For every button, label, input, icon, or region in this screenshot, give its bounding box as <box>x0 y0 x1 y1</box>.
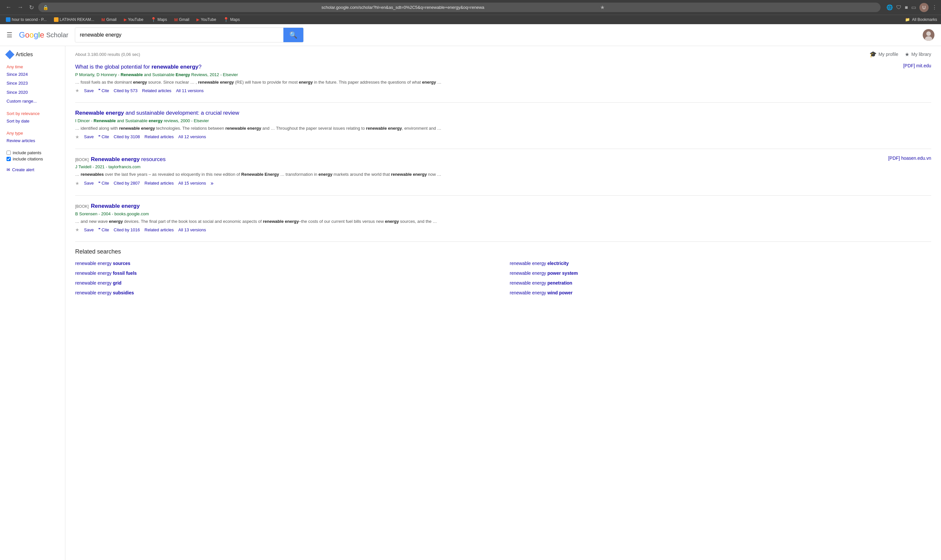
save-star-icon-4[interactable]: ★ <box>75 227 79 232</box>
pdf-link-1[interactable]: [PDF] mit.edu <box>903 63 931 68</box>
save-star-icon-2[interactable]: ★ <box>75 134 79 140</box>
bookmark-maps-1[interactable]: 📍 Maps <box>149 16 169 23</box>
book-tag-3: [BOOK] <box>75 157 89 162</box>
result-title-2[interactable]: Renewable energy and sustainable develop… <box>75 109 872 117</box>
include-patents-label[interactable]: include patents <box>13 150 41 155</box>
related-link-grid[interactable]: renewable energy grid <box>75 279 497 286</box>
result-title-3[interactable]: [BOOK] Renewable energy resources <box>75 155 872 163</box>
all-versions-3[interactable]: All 15 versions <box>179 181 206 186</box>
since-2024-filter[interactable]: Since 2024 <box>6 71 59 78</box>
create-alert[interactable]: ✉ Create alert <box>6 167 59 172</box>
result-title-4[interactable]: [BOOK] Renewable energy <box>75 202 872 210</box>
since-2023-filter[interactable]: Since 2023 <box>6 79 59 87</box>
all-versions-4[interactable]: All 13 versions <box>179 228 206 232</box>
author-link-2[interactable]: D Honnery <box>96 72 117 77</box>
forward-button[interactable]: → <box>16 3 25 11</box>
result-pdf-1: [PDF] mit.edu <box>879 63 931 93</box>
star-bookmark-icon[interactable]: ★ <box>600 4 876 11</box>
related-link-sources[interactable]: renewable energy sources <box>75 260 497 267</box>
result-title-1[interactable]: What is the global potential for renewab… <box>75 63 872 71</box>
extensions-icon[interactable]: 🌐 <box>886 4 893 11</box>
include-patents-checkbox[interactable] <box>6 151 11 155</box>
result-snippet-3: … renewables over the last five years – … <box>75 171 872 178</box>
related-link-power-system[interactable]: renewable energy power system <box>510 269 932 277</box>
my-library-link[interactable]: ★ My library <box>905 51 931 57</box>
cite-button-3[interactable]: ❞ Cite <box>99 181 109 186</box>
search-button[interactable]: 🔍 <box>283 28 303 42</box>
include-citations-checkbox[interactable] <box>6 157 11 161</box>
author-link-4[interactable]: J Twidell <box>75 165 91 169</box>
address-bar[interactable]: 🔒 scholar.google.com/scholar?hl=en&as_sd… <box>38 3 881 12</box>
related-articles-2[interactable]: Related articles <box>145 134 174 139</box>
related-link-penetration[interactable]: renewable energy penetration <box>510 279 932 286</box>
cite-button-1[interactable]: ❞ Cite <box>99 88 109 93</box>
any-type-label[interactable]: Any type <box>6 131 59 135</box>
all-versions-1[interactable]: All 11 versions <box>176 88 203 93</box>
results-header: About 3.180.000 results (0,06 sec) 🎓 My … <box>75 51 931 58</box>
bookmark-gmail-2[interactable]: M Gmail <box>172 17 191 23</box>
cited-by-4[interactable]: Cited by 1016 <box>114 228 140 232</box>
any-time-filter[interactable]: Any time <box>6 65 59 69</box>
all-bookmarks[interactable]: 📁 All Bookmarks <box>905 17 937 22</box>
pdf-link-3[interactable]: [PDF] hoasen.edu.vn <box>888 155 931 161</box>
shield-icon[interactable]: 🛡 <box>896 5 901 11</box>
include-citations-label[interactable]: include citations <box>13 157 43 162</box>
profile-icon[interactable]: U <box>919 3 929 12</box>
citations-checkbox-row: include citations <box>6 157 59 162</box>
create-alert-label: Create alert <box>12 167 34 172</box>
result-meta-3: J Twidell - 2021 - taylorfrancis.com <box>75 165 872 169</box>
author-link-1[interactable]: P Moriarty <box>75 72 94 77</box>
search-input[interactable] <box>75 29 283 41</box>
checkboxes-section: include patents include citations <box>6 150 59 162</box>
related-link-electricity[interactable]: renewable energy electricity <box>510 260 932 267</box>
all-versions-2[interactable]: All 12 versions <box>179 134 206 139</box>
hamburger-menu[interactable]: ☰ <box>6 31 12 39</box>
author-link-5[interactable]: B Sorensen <box>75 211 97 216</box>
more-options-3[interactable]: » <box>211 180 213 186</box>
cast-icon[interactable]: ▭ <box>911 4 916 11</box>
since-2020-filter[interactable]: Since 2020 <box>6 89 59 96</box>
cited-by-3[interactable]: Cited by 2807 <box>114 181 140 186</box>
custom-range-filter[interactable]: Custom range... <box>6 97 59 105</box>
author-link-3[interactable]: I Dincer <box>75 118 90 123</box>
sort-by-date[interactable]: Sort by date <box>6 117 59 125</box>
result-actions-4: ★ Save ❞ Cite Cited by 1016 Related arti… <box>75 227 872 232</box>
sidebar-articles: Articles <box>6 51 59 58</box>
related-link-wind[interactable]: renewable energy wind power <box>510 289 932 296</box>
bookmark-youtube-1[interactable]: ▶ YouTube <box>122 17 145 23</box>
related-link-subsidies[interactable]: renewable energy subsidies <box>75 289 497 296</box>
review-articles-link[interactable]: Review articles <box>6 137 59 145</box>
my-profile-link[interactable]: 🎓 My profile <box>869 51 898 58</box>
related-articles-3[interactable]: Related articles <box>145 181 174 186</box>
save-button-4[interactable]: Save <box>84 228 94 232</box>
save-star-icon-1[interactable]: ★ <box>75 88 79 93</box>
back-button[interactable]: ← <box>4 3 13 11</box>
bookmark-icon-blue <box>6 17 11 22</box>
sort-relevance-label[interactable]: Sort by relevance <box>6 111 59 116</box>
my-library-label: My library <box>911 52 931 57</box>
cite-button-2[interactable]: ❞ Cite <box>99 134 109 139</box>
scholar-logo[interactable]: Google Scholar <box>19 31 68 40</box>
menu-icon[interactable]: ⋮ <box>932 4 937 11</box>
related-articles-1[interactable]: Related articles <box>142 88 172 93</box>
bookmark-youtube-2[interactable]: ▶ YouTube <box>194 17 218 23</box>
save-button-3[interactable]: Save <box>84 181 94 186</box>
cited-by-1[interactable]: Cited by 573 <box>114 88 138 93</box>
profile-icon-small: 🎓 <box>869 51 876 58</box>
save-button-2[interactable]: Save <box>84 134 94 139</box>
cited-by-2[interactable]: Cited by 3108 <box>114 134 140 139</box>
user-avatar[interactable] <box>923 29 935 41</box>
puzzle-icon[interactable]: ■ <box>905 5 908 11</box>
refresh-button[interactable]: ↻ <box>28 3 35 12</box>
save-star-icon-3[interactable]: ★ <box>75 181 79 186</box>
save-button-1[interactable]: Save <box>84 88 94 93</box>
cite-button-4[interactable]: ❞ Cite <box>99 228 109 232</box>
related-link-fossil[interactable]: renewable energy fossil fuels <box>75 269 497 277</box>
bookmark-maps-2[interactable]: 📍 Maps <box>221 16 242 23</box>
gmail-icon-1: M <box>101 17 105 22</box>
related-articles-4[interactable]: Related articles <box>145 228 174 232</box>
result-snippet-2: … identified along with renewable energy… <box>75 125 872 132</box>
bookmark-gmail-1[interactable]: M Gmail <box>99 17 118 23</box>
bookmark-latihan[interactable]: LATIHAN REKAM... <box>52 17 96 23</box>
bookmark-hour-to-second[interactable]: hour to second - P... <box>4 17 49 23</box>
